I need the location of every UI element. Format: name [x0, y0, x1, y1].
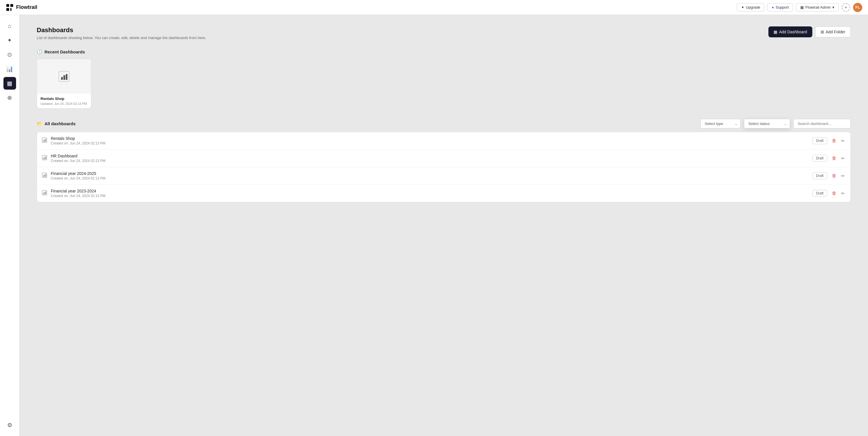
sidebar-item-settings[interactable]: ⚙ [3, 419, 16, 431]
add-user-button[interactable]: + [842, 3, 850, 12]
table-row: Financial year 2024-2025 Created on: Jun… [37, 167, 850, 185]
status-filter-wrapper: Select status [744, 119, 790, 128]
all-dashboards-title: 📁 All dashboards [37, 121, 697, 126]
svg-rect-13 [43, 158, 44, 159]
svg-rect-0 [6, 4, 9, 7]
svg-rect-3 [10, 8, 11, 11]
workspace-button[interactable]: ▦ Flowtrail Admin ▾ [796, 3, 839, 11]
main-content: Dashboards List of dashboards showing be… [20, 15, 868, 436]
svg-rect-22 [44, 192, 45, 195]
sidebar-item-home[interactable]: ⌂ [3, 20, 16, 32]
page-title: Dashboards [37, 26, 206, 34]
page-subtitle: List of dashboards showing below. You ca… [37, 36, 206, 40]
status-badge: Draft [812, 172, 827, 179]
logo: Flowtrail [6, 3, 37, 11]
dashboard-row-info: HR Dashboard Created on: Jun 24, 2024 02… [51, 154, 809, 163]
edit-button[interactable]: ✏ [840, 190, 846, 197]
sidebar-item-dashboard[interactable]: ▦ [3, 77, 16, 90]
dashboard-row-name: Financial year 2023-2024 [51, 189, 809, 193]
svg-rect-7 [66, 74, 67, 80]
delete-button[interactable]: 🗑 [831, 172, 838, 179]
status-badge: Draft [812, 137, 827, 144]
sidebar-item-bot[interactable]: ⊕ [3, 91, 16, 104]
type-filter[interactable]: Select type [701, 119, 741, 128]
dashboard-row-icon [42, 155, 48, 162]
svg-rect-15 [45, 156, 46, 159]
sidebar-item-data[interactable]: ⊙ [3, 48, 16, 61]
dashboard-icon: ▦ [7, 80, 12, 87]
delete-button[interactable]: 🗑 [831, 154, 838, 162]
page-actions: ▦ Add Dashboard ⊞ Add Folder [768, 26, 851, 37]
dashboard-list: Rentals Shop Created on: Jun 24, 2024 02… [37, 132, 851, 202]
upgrade-button[interactable]: ✦ Upgrade [737, 3, 765, 11]
delete-button[interactable]: 🗑 [831, 190, 838, 197]
row-actions: 🗑 ✏ [831, 154, 846, 162]
edit-button[interactable]: ✏ [840, 154, 846, 162]
rocket-icon: ✦ [7, 37, 12, 43]
database-icon: ⊙ [7, 51, 12, 58]
recent-card-0[interactable]: Rentals Shop Updated: Jun 24, 2024 02:13… [37, 59, 91, 109]
edit-button[interactable]: ✏ [840, 137, 846, 145]
search-input[interactable] [794, 119, 851, 128]
folder-icon: 📁 [37, 121, 42, 126]
status-badge: Draft [812, 155, 827, 162]
app-header: Flowtrail ✦ Upgrade ● Support ▦ Flowtrai… [0, 0, 868, 15]
dashboard-row-created: Created on: Jun 24, 2024 02:13 PM [51, 159, 809, 163]
card-name: Rentals Shop [40, 96, 88, 101]
svg-rect-23 [45, 191, 46, 195]
table-row: HR Dashboard Created on: Jun 24, 2024 02… [37, 150, 850, 167]
svg-rect-17 [43, 175, 44, 177]
svg-rect-5 [61, 77, 63, 80]
home-icon: ⌂ [8, 23, 11, 29]
status-badge: Draft [812, 190, 827, 197]
row-actions: 🗑 ✏ [831, 190, 846, 197]
edit-button[interactable]: ✏ [840, 172, 846, 180]
card-preview [37, 59, 91, 94]
svg-rect-14 [44, 157, 45, 159]
dashboard-row-icon [42, 172, 48, 179]
support-icon: ● [772, 5, 774, 9]
chart-icon: 📊 [6, 65, 13, 72]
sidebar-item-chart[interactable]: 📊 [3, 63, 16, 75]
dashboard-row-created: Created on: Jun 24, 2024 02:13 PM [51, 176, 809, 180]
table-row: Financial year 2023-2024 Created on: Jun… [37, 185, 850, 202]
app-layout: ⌂ ✦ ⊙ 📊 ▦ ⊕ ⚙ Dashboards List of dashboa… [0, 15, 868, 436]
card-updated: Updated: Jun 24, 2024 02:13 PM [40, 102, 88, 106]
row-actions: 🗑 ✏ [831, 137, 846, 145]
avatar: FL [853, 3, 862, 12]
svg-rect-18 [44, 174, 45, 177]
svg-rect-2 [6, 8, 9, 11]
delete-button[interactable]: 🗑 [831, 137, 838, 144]
header-actions: ✦ Upgrade ● Support ▦ Flowtrail Admin ▾ … [737, 3, 862, 12]
recent-grid: Rentals Shop Updated: Jun 24, 2024 02:13… [37, 59, 851, 109]
dashboard-row-name: Financial year 2024-2025 [51, 171, 809, 176]
support-button[interactable]: ● Support [767, 3, 793, 11]
all-dashboards-header: 📁 All dashboards Select type Select stat… [37, 119, 851, 128]
svg-rect-10 [44, 139, 45, 142]
type-filter-wrapper: Select type [701, 119, 741, 128]
settings-icon: ⚙ [7, 422, 12, 429]
sidebar-item-rocket[interactable]: ✦ [3, 34, 16, 47]
svg-rect-1 [10, 4, 13, 7]
sidebar: ⌂ ✦ ⊙ 📊 ▦ ⊕ ⚙ [0, 15, 20, 436]
page-header: Dashboards List of dashboards showing be… [37, 26, 851, 40]
add-folder-button[interactable]: ⊞ Add Folder [815, 26, 851, 37]
dashboard-row-created: Created on: Jun 24, 2024 02:13 PM [51, 194, 809, 198]
svg-rect-6 [63, 75, 65, 80]
dashboard-row-created: Created on: Jun 24, 2024 02:13 PM [51, 141, 809, 145]
recent-section: 🕐 Recent Dashboards Rentals Shop [37, 49, 851, 109]
dashboard-row-info: Rentals Shop Created on: Jun 24, 2024 02… [51, 136, 809, 145]
dashboard-row-info: Financial year 2023-2024 Created on: Jun… [51, 189, 809, 198]
svg-rect-19 [45, 174, 46, 177]
bot-icon: ⊕ [7, 94, 12, 101]
upgrade-icon: ✦ [741, 5, 744, 9]
status-filter[interactable]: Select status [744, 119, 790, 128]
table-row: Rentals Shop Created on: Jun 24, 2024 02… [37, 132, 850, 150]
add-dashboard-icon: ▦ [774, 30, 777, 34]
recent-icon: 🕐 [37, 49, 42, 54]
dashboard-row-info: Financial year 2024-2025 Created on: Jun… [51, 171, 809, 180]
add-dashboard-button[interactable]: ▦ Add Dashboard [768, 26, 812, 37]
card-chart-icon [57, 69, 71, 83]
workspace-icon: ▦ [800, 5, 804, 9]
card-info: Rentals Shop Updated: Jun 24, 2024 02:13… [37, 94, 91, 108]
